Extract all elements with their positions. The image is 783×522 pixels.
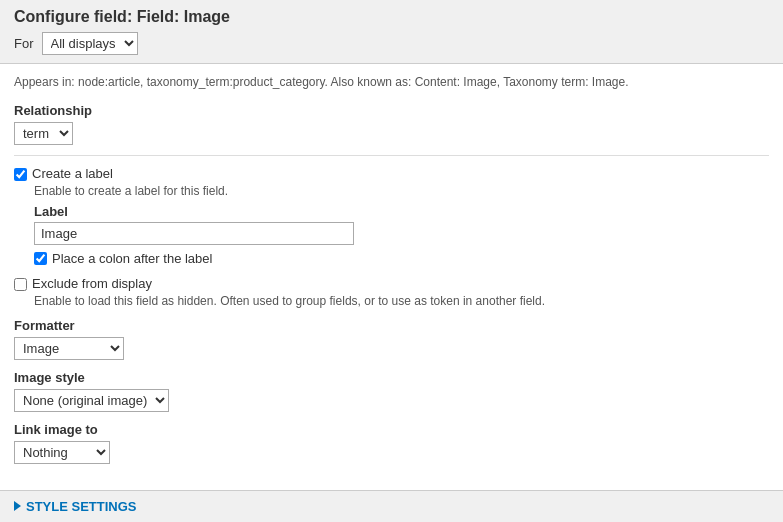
image-style-select[interactable]: None (original image) Thumbnail Medium L…	[14, 389, 169, 412]
link-image-select[interactable]: Nothing Image URL Content	[14, 441, 110, 464]
create-label-checkbox-label[interactable]: Create a label	[32, 166, 113, 181]
label-section: Label Place a colon after the label	[34, 204, 769, 266]
triangle-icon	[14, 501, 21, 511]
divider-1	[14, 155, 769, 156]
for-label: For	[14, 36, 34, 51]
relationship-select[interactable]: term node user	[14, 122, 73, 145]
exclude-checkbox[interactable]	[14, 278, 27, 291]
page-title: Configure field: Field: Image	[14, 8, 769, 26]
colon-checkbox-label[interactable]: Place a colon after the label	[52, 251, 212, 266]
appears-in-text: Appears in: node:article, taxonomy_term:…	[14, 74, 769, 91]
image-style-label: Image style	[14, 370, 769, 385]
label-field-label: Label	[34, 204, 769, 219]
label-input[interactable]	[34, 222, 354, 245]
formatter-label: Formatter	[14, 318, 769, 333]
style-settings-bar[interactable]: STYLE SETTINGS	[0, 490, 783, 522]
image-style-section: Image style None (original image) Thumbn…	[14, 370, 769, 412]
content-area: Appears in: node:article, taxonomy_term:…	[0, 64, 783, 474]
formatter-select[interactable]: Image URL to image Hidden	[14, 337, 124, 360]
for-row: For All displays Default Teaser	[14, 32, 769, 55]
exclude-section: Exclude from display Enable to load this…	[14, 276, 769, 308]
colon-checkbox[interactable]	[34, 252, 47, 265]
relationship-label: Relationship	[14, 103, 769, 118]
formatter-section: Formatter Image URL to image Hidden	[14, 318, 769, 360]
header-bar: Configure field: Field: Image For All di…	[0, 0, 783, 64]
style-settings-label: STYLE SETTINGS	[26, 499, 137, 514]
create-label-checkbox[interactable]	[14, 168, 27, 181]
exclude-checkbox-label[interactable]: Exclude from display	[32, 276, 152, 291]
link-image-section: Link image to Nothing Image URL Content	[14, 422, 769, 464]
link-image-label: Link image to	[14, 422, 769, 437]
displays-select[interactable]: All displays Default Teaser	[42, 32, 138, 55]
exclude-description: Enable to load this field as hidden. Oft…	[34, 294, 769, 308]
exclude-row: Exclude from display	[14, 276, 769, 291]
colon-row: Place a colon after the label	[34, 251, 769, 266]
create-label-description: Enable to create a label for this field.	[34, 184, 769, 198]
create-label-row: Create a label	[14, 166, 769, 181]
